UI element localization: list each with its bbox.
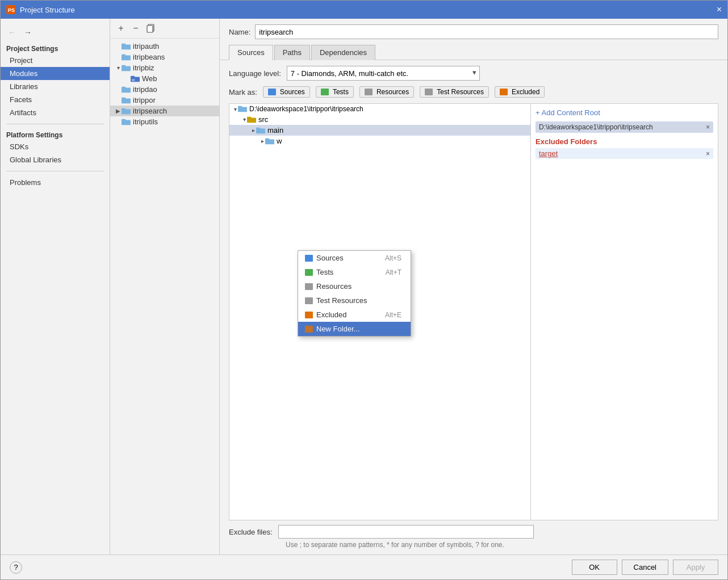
tab-sources[interactable]: Sources — [229, 45, 273, 60]
tree-item-itripdao[interactable]: itripdao — [110, 84, 219, 95]
sidebar-item-libraries[interactable]: Libraries — [1, 80, 110, 93]
tree-item-itripbeans[interactable]: itripbeans — [110, 52, 219, 62]
sidebar-divider — [6, 124, 104, 124]
dialog-footer: ? OK Cancel Apply — [1, 554, 727, 579]
tree-item-web[interactable]: W Web — [110, 73, 219, 84]
svg-text:W: W — [132, 78, 135, 82]
ctx-item-sources[interactable]: Sources Alt+S — [298, 251, 411, 265]
tree-toolbar: + − — [110, 19, 219, 39]
sources-panel: Language level: 7 - Diamonds, ARM, multi… — [220, 60, 727, 554]
project-structure-dialog: PS Project Structure × ← → Project Setti… — [0, 0, 728, 580]
tab-paths[interactable]: Paths — [274, 45, 310, 60]
tab-dependencies[interactable]: Dependencies — [311, 45, 375, 60]
lang-level-select[interactable]: 7 - Diamonds, ARM, multi-catch etc. — [287, 66, 480, 81]
tree-item-itripbiz[interactable]: ▾ itripbiz — [110, 62, 219, 73]
content-root-close-button[interactable]: × — [706, 123, 710, 131]
sidebar-item-modules[interactable]: Modules — [1, 67, 110, 80]
folder-tree-item-main[interactable]: ▸ main — [229, 125, 530, 136]
ok-button[interactable]: OK — [572, 560, 617, 575]
tree-item-itrippor[interactable]: itrippor — [110, 95, 219, 106]
mark-excluded-button[interactable]: Excluded — [495, 86, 545, 98]
folder-tree-area: ▾ D:\ideaworkspace1\itrippor\itripsearch… — [229, 103, 718, 520]
forward-button[interactable]: → — [21, 27, 35, 38]
content-root-path: D:\ideaworkspace1\itrippor\itripsearch × — [535, 121, 713, 133]
excluded-item-close-button[interactable]: × — [706, 150, 710, 158]
mark-test-resources-button[interactable]: Test Resources — [420, 86, 489, 98]
mark-as-row: Mark as: Sources Tests Resources — [229, 86, 718, 98]
tree-item-itripsearch[interactable]: ▶ itripsearch — [110, 106, 219, 116]
folder-tree-item-src[interactable]: ▾ src — [229, 114, 530, 125]
svg-rect-18 — [122, 108, 125, 110]
svg-text:PS: PS — [8, 7, 15, 13]
folder-tree: ▾ D:\ideaworkspace1\itrippor\itripsearch… — [229, 103, 531, 520]
svg-rect-26 — [256, 127, 260, 129]
title-bar: PS Project Structure × — [1, 1, 727, 19]
remove-module-button[interactable]: − — [129, 22, 142, 35]
project-settings-label: Project Settings — [1, 43, 110, 54]
ctx-item-test-resources[interactable]: Test Resources — [298, 293, 411, 308]
svg-rect-7 — [122, 54, 125, 56]
ctx-item-excluded[interactable]: Excluded Alt+E — [298, 308, 411, 322]
content-root-path-text: D:\ideaworkspace1\itrippor\itripsearch — [539, 123, 653, 131]
mark-resources-button[interactable]: Resources — [359, 86, 414, 98]
exclude-files-input[interactable] — [278, 525, 534, 539]
platform-settings-label: Platform Settings — [1, 129, 110, 140]
excluded-folders-label: Excluded Folders — [535, 137, 713, 146]
folder-tree-root-label: D:\ideaworkspace1\itrippor\itripsearch — [249, 105, 363, 113]
lang-level-row: Language level: 7 - Diamonds, ARM, multi… — [229, 66, 718, 81]
mark-tests-button[interactable]: Tests — [316, 86, 354, 98]
sidebar-item-artifacts[interactable]: Artifacts — [1, 106, 110, 119]
help-button[interactable]: ? — [10, 561, 22, 574]
tree-content: itripauth itripbeans ▾ itripbiz — [110, 39, 219, 554]
module-tree: + − itripauth — [110, 19, 220, 554]
svg-rect-24 — [247, 116, 251, 119]
sidebar-divider-2 — [6, 171, 104, 171]
mark-as-label: Mark as: — [229, 88, 257, 96]
lang-level-label: Language level: — [229, 69, 281, 78]
name-label: Name: — [229, 28, 250, 36]
exclude-files-hint: Use ; to separate name patterns, * for a… — [229, 541, 718, 549]
svg-rect-16 — [122, 97, 125, 99]
copy-module-button[interactable] — [144, 22, 157, 35]
exclude-files-row: Exclude files: — [229, 525, 718, 539]
sidebar: ← → Project Settings Project Modules Lib… — [1, 19, 110, 554]
svg-rect-28 — [265, 138, 269, 140]
back-button[interactable]: ← — [5, 27, 19, 38]
add-module-button[interactable]: + — [115, 22, 127, 35]
ctx-item-new-folder[interactable]: New Folder... — [298, 322, 411, 336]
svg-rect-20 — [122, 119, 125, 121]
svg-rect-3 — [147, 26, 153, 32]
folder-tree-item-root[interactable]: ▾ D:\ideaworkspace1\itrippor\itripsearch — [229, 104, 530, 114]
dialog-title: Project Structure — [20, 6, 75, 14]
right-panel: Name: itripsearch Sources Paths Dependen… — [220, 19, 727, 554]
sidebar-item-sdks[interactable]: SDKs — [1, 140, 110, 153]
svg-rect-14 — [122, 86, 125, 89]
apply-button[interactable]: Apply — [673, 560, 718, 575]
app-icon: PS — [6, 5, 15, 14]
tree-item-itriputils[interactable]: itriputils — [110, 116, 219, 127]
mark-sources-button[interactable]: Sources — [263, 86, 310, 98]
tabs-row: Sources Paths Dependencies — [220, 45, 727, 60]
excluded-item-target: target × — [535, 148, 713, 159]
exclude-files-label: Exclude files: — [229, 528, 273, 536]
ctx-item-resources[interactable]: Resources — [298, 279, 411, 293]
sidebar-item-project[interactable]: Project — [1, 54, 110, 67]
svg-rect-5 — [122, 43, 125, 45]
svg-rect-22 — [238, 106, 242, 108]
cancel-button[interactable]: Cancel — [622, 560, 668, 575]
folder-tree-item-w[interactable]: ▸ w — [229, 136, 530, 146]
sidebar-item-problems[interactable]: Problems — [1, 176, 110, 189]
svg-rect-9 — [122, 65, 125, 67]
right-info-panel: + Add Content Root D:\ideaworkspace1\itr… — [531, 103, 718, 520]
name-row: Name: itripsearch — [220, 19, 727, 45]
sidebar-item-facets[interactable]: Facets — [1, 93, 110, 106]
context-menu: Sources Alt+S Tests Alt+T — [298, 250, 411, 337]
ctx-item-tests[interactable]: Tests Alt+T — [298, 265, 411, 279]
close-button[interactable]: × — [717, 5, 722, 14]
name-input[interactable]: itripsearch — [255, 24, 718, 39]
tree-item-itripauth[interactable]: itripauth — [110, 41, 219, 52]
sidebar-item-global-libraries[interactable]: Global Libraries — [1, 153, 110, 166]
add-content-root-button[interactable]: + Add Content Root — [535, 108, 713, 117]
